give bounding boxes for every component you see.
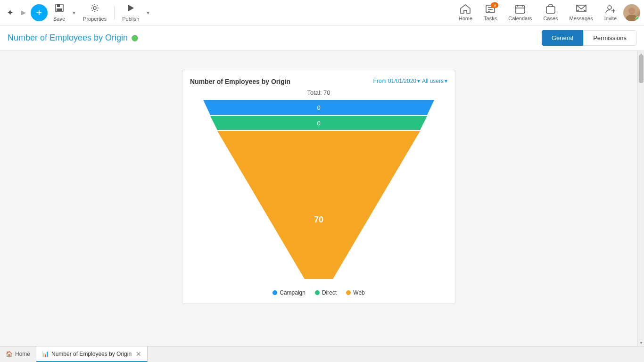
chart-total: Total: 70 — [190, 89, 447, 96]
date-filter-btn[interactable]: From 01/01/2020 ▾ — [373, 78, 420, 84]
nav-cases[interactable]: Cases — [538, 2, 562, 23]
nav-messages-label: Messages — [570, 16, 593, 21]
calendars-icon — [515, 4, 525, 15]
nav-home[interactable]: Home — [454, 2, 477, 23]
funnel-chart: 0 0 70 — [201, 100, 437, 284]
svg-point-17 — [628, 8, 635, 14]
forward-icon[interactable]: ▶ — [18, 6, 29, 19]
messages-icon — [576, 4, 586, 15]
nav-cases-label: Cases — [543, 16, 558, 21]
date-filter-chevron: ▾ — [417, 78, 420, 84]
scrollbar-track: ▲ ▼ — [637, 51, 644, 346]
tasks-badge: 9 — [491, 2, 498, 8]
users-filter-chevron: ▾ — [445, 78, 447, 84]
svg-point-14 — [608, 6, 611, 9]
scrollbar-thumb[interactable] — [639, 55, 644, 83]
toolbar-right: Home 9 Tasks — [454, 2, 640, 23]
tab-employees-icon: 📊 — [42, 351, 49, 357]
funnel-label-campaign: 0 — [317, 104, 320, 111]
users-filter-btn[interactable]: All users ▾ — [422, 78, 447, 84]
funnel-container: 0 0 70 — [201, 100, 437, 284]
tasks-icon: 9 — [485, 4, 495, 15]
nav-messages[interactable]: Messages — [565, 2, 598, 23]
nav-invite-label: Invite — [604, 16, 617, 21]
page-header: Number of Employees by Origin General Pe… — [0, 25, 644, 51]
scrollbar-down-arrow[interactable]: ▼ — [638, 339, 644, 346]
add-button[interactable]: + — [31, 4, 48, 21]
save-dropdown[interactable]: ▾ — [71, 8, 77, 17]
properties-action[interactable]: Properties — [79, 1, 110, 24]
avatar-online-indicator — [636, 16, 640, 21]
legend-dot-direct — [315, 290, 320, 295]
svg-rect-2 — [57, 8, 62, 11]
svg-point-3 — [93, 7, 96, 9]
tab-home-label: Home — [15, 351, 30, 357]
general-button[interactable]: General — [542, 30, 583, 46]
avatar[interactable] — [623, 4, 640, 21]
legend-campaign: Campaign — [272, 289, 305, 296]
tab-home-icon: 🏠 — [6, 351, 13, 357]
chart-card-title: Number of Employees by Origin — [190, 78, 290, 85]
chart-card-header: Number of Employees by Origin From 01/01… — [190, 78, 447, 85]
toolbar-divider — [114, 6, 115, 20]
legend-dot-campaign — [272, 290, 277, 295]
chart-legend: Campaign Direct Web — [190, 289, 447, 296]
page-title: Number of Employees by Origin — [8, 33, 542, 43]
nav-calendars[interactable]: Calendars — [504, 2, 537, 23]
nav-tasks[interactable]: 9 Tasks — [479, 2, 502, 23]
tab-employees[interactable]: 📊 Number of Employees by Origin ✕ — [36, 346, 148, 362]
page-title-text: Number of Employees by Origin — [8, 33, 128, 43]
funnel-label-web: 70 — [314, 215, 323, 224]
svg-rect-13 — [546, 7, 555, 13]
page-header-actions: General Permissions — [542, 30, 636, 46]
back-icon[interactable]: ✦ — [4, 5, 17, 21]
date-filter-label: From 01/01/2020 — [373, 78, 416, 84]
properties-icon — [90, 3, 99, 15]
legend-label-campaign: Campaign — [280, 289, 305, 296]
save-icon — [55, 3, 64, 15]
nav-home-label: Home — [459, 16, 472, 21]
invite-icon — [605, 4, 616, 15]
tab-bar: 🏠 Home 📊 Number of Employees by Origin ✕ — [0, 346, 644, 362]
legend-web: Web — [346, 289, 364, 296]
nav-invite[interactable]: Invite — [600, 2, 621, 23]
main-content: Number of Employees by Origin From 01/01… — [0, 51, 644, 346]
users-filter-label: All users — [422, 78, 444, 84]
chart-filters: From 01/01/2020 ▾ All users ▾ — [373, 78, 447, 84]
publish-dropdown[interactable]: ▾ — [145, 8, 151, 17]
properties-label: Properties — [83, 16, 107, 22]
legend-label-web: Web — [353, 289, 364, 296]
nav-calendars-label: Calendars — [508, 16, 532, 21]
permissions-button[interactable]: Permissions — [583, 30, 636, 46]
nav-tasks-label: Tasks — [484, 16, 497, 21]
tab-employees-label: Number of Employees by Origin — [51, 351, 132, 357]
home-icon — [460, 4, 471, 15]
content-area: Number of Employees by Origin From 01/01… — [0, 51, 637, 346]
svg-rect-1 — [57, 4, 60, 7]
toolbar: ✦ ▶ + Save ▾ Properties — [0, 0, 644, 25]
publish-action[interactable]: Publish — [118, 1, 143, 24]
svg-marker-4 — [128, 5, 134, 11]
legend-direct: Direct — [315, 289, 337, 296]
toolbar-left: ✦ ▶ + Save ▾ Properties — [4, 1, 454, 24]
tab-close-button[interactable]: ✕ — [136, 350, 141, 358]
cases-icon — [545, 4, 556, 15]
svg-rect-9 — [515, 6, 525, 13]
publish-label: Publish — [122, 16, 139, 22]
legend-dot-web — [346, 290, 351, 295]
publish-icon — [126, 3, 135, 15]
chart-card: Number of Employees by Origin From 01/01… — [182, 70, 455, 304]
tab-home[interactable]: 🏠 Home — [0, 346, 36, 362]
legend-label-direct: Direct — [322, 289, 337, 296]
save-label: Save — [53, 16, 65, 22]
funnel-label-direct: 0 — [317, 120, 320, 127]
save-action[interactable]: Save — [50, 1, 69, 24]
status-dot — [132, 35, 138, 41]
funnel-segment-web[interactable] — [217, 131, 420, 279]
